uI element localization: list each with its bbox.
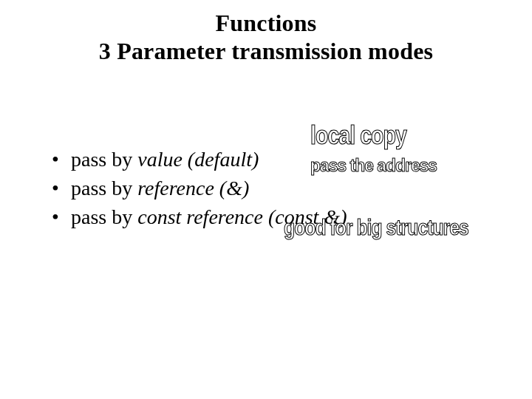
- annotation-big-structures: good for big structures: [284, 216, 468, 241]
- bullet-text-prefix: pass by: [71, 148, 137, 171]
- title-line-1: Functions: [0, 9, 532, 37]
- bullet-icon: •: [52, 145, 71, 174]
- bullet-text-prefix: pass by: [71, 177, 137, 200]
- title-line-2: 3 Parameter transmission modes: [0, 37, 532, 65]
- slide-title: Functions 3 Parameter transmission modes: [0, 0, 532, 66]
- list-item: •pass by value (default): [52, 145, 347, 174]
- bullet-icon: •: [52, 202, 71, 231]
- bullet-text-prefix: pass by: [71, 205, 137, 228]
- annotation-local-copy: local copy: [310, 121, 406, 150]
- bullet-icon: •: [52, 174, 71, 202]
- list-item: •pass by reference (&): [52, 174, 347, 202]
- bullet-text-emph: value (default): [137, 148, 259, 171]
- bullet-text-emph: reference (&): [137, 177, 249, 200]
- annotation-pass-address: pass the address: [310, 155, 437, 176]
